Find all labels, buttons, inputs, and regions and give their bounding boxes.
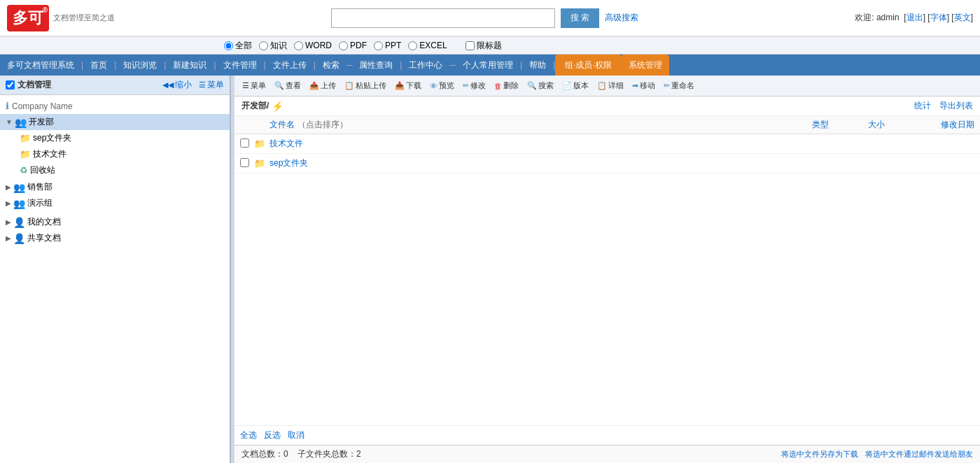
invert-link[interactable]: 反选 bbox=[264, 429, 281, 441]
tb-delete[interactable]: 🗑 删除 bbox=[491, 79, 522, 92]
edit-icon: ✏ bbox=[463, 81, 469, 90]
tree-node-demo[interactable]: ▶ 👥 演示组 bbox=[0, 195, 230, 211]
nav-sys-mgr[interactable]: 系统管理 bbox=[622, 55, 669, 76]
status-links: 将选中文件另存为下载 将选中文件通过邮件发送给朋友 bbox=[781, 449, 973, 460]
file-link[interactable]: 技术文件 bbox=[270, 138, 303, 148]
menu-icon: ☰ bbox=[199, 80, 206, 90]
nav-help[interactable]: 帮助 bbox=[522, 55, 553, 76]
version-icon: 📄 bbox=[562, 81, 572, 90]
status-bar: 文档总数：0 子文件夹总数：2 将选中文件另存为下载 将选中文件通过邮件发送给朋… bbox=[234, 445, 980, 463]
company-node: ℹ Company Name bbox=[0, 98, 230, 114]
filter-limit-title[interactable]: 限标题 bbox=[465, 40, 502, 52]
tb-edit[interactable]: ✏ 修改 bbox=[459, 79, 489, 92]
filter-excel[interactable]: EXCEL bbox=[408, 41, 447, 50]
email-link[interactable]: 将选中文件通过邮件发送给朋友 bbox=[865, 449, 973, 460]
search-button[interactable]: 搜 索 bbox=[561, 8, 599, 28]
nav-search[interactable]: 检索 bbox=[316, 55, 346, 76]
tb-rename[interactable]: ✏ 重命名 bbox=[660, 79, 698, 92]
sort-date-link[interactable]: 修改日期 bbox=[941, 120, 974, 129]
nav-new[interactable]: 新建知识 bbox=[166, 55, 214, 76]
select-all-link[interactable]: 全选 bbox=[240, 429, 257, 441]
row-check[interactable] bbox=[240, 138, 254, 150]
nav-file-mgr[interactable]: 文件管理 bbox=[216, 55, 264, 76]
nav-upload[interactable]: 文件上传 bbox=[266, 55, 314, 76]
search-input[interactable] bbox=[331, 8, 555, 28]
export-link[interactable]: 导出列表 bbox=[939, 100, 973, 112]
advanced-search-link[interactable]: 高级搜索 bbox=[605, 12, 638, 24]
filter-word[interactable]: WORD bbox=[294, 41, 332, 50]
nav-browse[interactable]: 知识浏览 bbox=[116, 55, 164, 76]
row-name: sep文件夹 bbox=[270, 157, 792, 169]
expand-icon: ▶ bbox=[6, 183, 11, 191]
nav-home[interactable]: 首页 bbox=[83, 55, 114, 76]
lightning-icon: ⚡ bbox=[272, 101, 284, 112]
welcome-text: 欢迎: admin bbox=[855, 13, 899, 22]
expand-icon: ▶ bbox=[6, 218, 11, 226]
tb-download[interactable]: 📥 下载 bbox=[391, 79, 425, 92]
node-label: sep文件夹 bbox=[33, 132, 71, 144]
tb-upload[interactable]: 📤 上传 bbox=[306, 79, 340, 92]
tb-preview[interactable]: 👁 预览 bbox=[426, 79, 458, 92]
file-link[interactable]: sep文件夹 bbox=[270, 158, 308, 168]
group-icon: 👥 bbox=[13, 182, 25, 193]
nav-system[interactable]: 多可文档管理系统 bbox=[0, 55, 81, 76]
tb-search[interactable]: 🔍 搜索 bbox=[524, 79, 557, 92]
lang-link[interactable]: 英文 bbox=[954, 13, 971, 22]
search-area: 搜 索 高级搜索 bbox=[310, 8, 660, 28]
tree-node-mydoc[interactable]: ▶ 👤 我的文档 bbox=[0, 214, 230, 230]
cancel-link[interactable]: 取消 bbox=[288, 429, 304, 441]
tree-node-devdept[interactable]: ▼ 👥 开发部 bbox=[0, 114, 230, 130]
stats-link[interactable]: 统计 bbox=[914, 100, 931, 112]
filter-pdf[interactable]: PDF bbox=[339, 41, 367, 50]
filter-ppt[interactable]: PPT bbox=[374, 41, 401, 50]
sidebar-check[interactable] bbox=[6, 80, 15, 90]
node-label: 回收站 bbox=[30, 164, 55, 176]
sidebar-title: 文档管理 bbox=[18, 79, 51, 91]
shrink-btn[interactable]: ◀◀ 缩小 bbox=[162, 79, 192, 91]
filter-zs[interactable]: 知识 bbox=[259, 40, 287, 52]
tree-node-shared[interactable]: ▶ 👤 共享文档 bbox=[0, 230, 230, 246]
nav-attr[interactable]: 属性查询 bbox=[352, 55, 400, 76]
navbar: 多可文档管理系统 | 首页 | 知识浏览 | 新建知识 | 文件管理 | 文件上… bbox=[0, 55, 980, 76]
tb-paste-upload[interactable]: 📋 粘贴上传 bbox=[341, 79, 390, 92]
tree-node-sep[interactable]: 📁 sep文件夹 bbox=[0, 130, 230, 146]
menu-btn[interactable]: ☰ 菜单 bbox=[199, 79, 224, 91]
file-tree: ℹ Company Name ▼ 👥 开发部 📁 sep文件夹 📁 技术文件 bbox=[0, 95, 230, 463]
tb-menu[interactable]: ☰ 菜单 bbox=[239, 79, 270, 92]
node-label: 技术文件 bbox=[33, 148, 66, 160]
expand-icon: ▶ bbox=[6, 199, 11, 207]
nav-work[interactable]: 工作中心 bbox=[402, 55, 449, 76]
folder-icon: 📁 bbox=[20, 133, 31, 143]
file-list: 📁 技术文件 📁 sep文件夹 bbox=[234, 134, 980, 425]
tb-version[interactable]: 📄 版本 bbox=[559, 79, 592, 92]
breadcrumb: 开发部/ ⚡ 统计 导出列表 bbox=[234, 97, 980, 116]
logout-link[interactable]: 退出 bbox=[906, 13, 923, 22]
person-icon: 👤 bbox=[13, 217, 25, 228]
tree-node-tech[interactable]: 📁 技术文件 bbox=[0, 146, 230, 162]
row-name: 技术文件 bbox=[270, 138, 792, 150]
sort-size-link[interactable]: 大小 bbox=[868, 120, 885, 129]
file-list-header: 文件名 （点击排序） 类型 大小 修改日期 bbox=[234, 116, 980, 134]
node-label: 我的文档 bbox=[27, 216, 61, 228]
tb-detail[interactable]: 📋 详细 bbox=[594, 79, 627, 92]
tree-node-trash[interactable]: ♻ 回收站 bbox=[0, 162, 230, 178]
group-icon: 👥 bbox=[13, 198, 25, 209]
sort-name-link[interactable]: 文件名 bbox=[270, 119, 295, 131]
breadcrumb-path: 开发部/ bbox=[241, 100, 269, 112]
sort-type-link[interactable]: 类型 bbox=[812, 120, 829, 129]
save-link[interactable]: 将选中文件另存为下载 bbox=[781, 449, 858, 460]
expand-icon: ▼ bbox=[6, 118, 13, 126]
node-label: 演示组 bbox=[27, 197, 52, 209]
preview-icon: 👁 bbox=[430, 82, 438, 90]
tb-move[interactable]: ➡ 移动 bbox=[629, 79, 659, 92]
row-check[interactable] bbox=[240, 158, 254, 169]
nav-group-perm[interactable]: 组·成员·权限 bbox=[555, 55, 622, 76]
fontsize-link[interactable]: 字体 bbox=[930, 13, 947, 22]
logo-slogan: 文档管理至简之道 bbox=[53, 13, 115, 23]
sidebar: 文档管理 ◀◀ 缩小 ☰ 菜单 ℹ Company Name ▼ bbox=[0, 76, 231, 463]
nav-personal[interactable]: 个人常用管理 bbox=[456, 55, 520, 76]
folder-icon: 📁 bbox=[20, 149, 31, 159]
filter-all[interactable]: 全部 bbox=[224, 40, 252, 52]
tree-node-sales[interactable]: ▶ 👥 销售部 bbox=[0, 179, 230, 195]
tb-view[interactable]: 🔍 查看 bbox=[271, 79, 304, 92]
